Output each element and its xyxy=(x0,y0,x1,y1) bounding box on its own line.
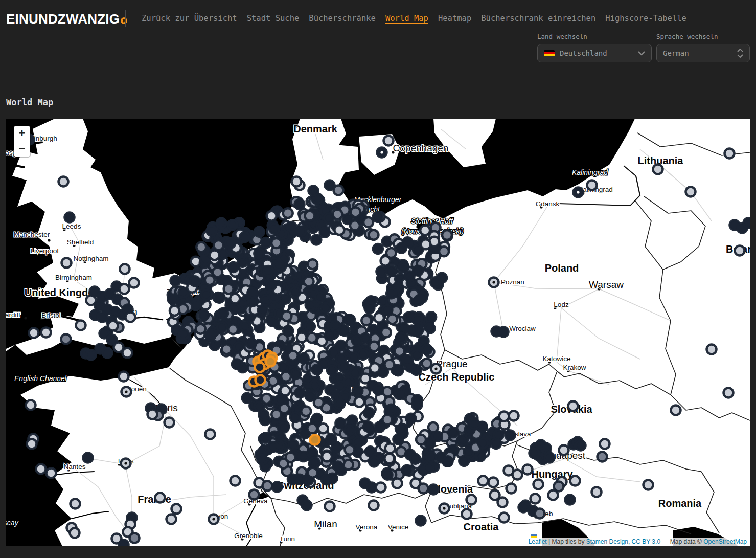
map-marker[interactable] xyxy=(384,136,394,146)
map-marker[interactable] xyxy=(498,498,508,507)
map-marker[interactable] xyxy=(470,419,479,429)
map-marker[interactable] xyxy=(210,250,219,260)
map-marker[interactable] xyxy=(291,369,301,378)
map-marker[interactable] xyxy=(396,333,406,343)
map-marker[interactable] xyxy=(304,277,314,286)
map-marker[interactable] xyxy=(76,321,86,330)
map-marker[interactable] xyxy=(598,452,607,462)
map-marker[interactable] xyxy=(232,359,242,369)
map-marker[interactable] xyxy=(345,425,354,435)
map-marker[interactable] xyxy=(201,290,211,300)
osm-link[interactable]: OpenStreetMap xyxy=(703,538,747,545)
map-marker[interactable] xyxy=(267,211,277,221)
map-marker[interactable] xyxy=(570,476,580,486)
map-marker[interactable] xyxy=(458,435,468,445)
map-marker[interactable] xyxy=(422,345,432,354)
map-marker[interactable] xyxy=(509,411,519,421)
map-marker[interactable] xyxy=(119,540,129,547)
map-marker[interactable] xyxy=(299,353,309,363)
map-marker[interactable] xyxy=(352,336,362,345)
map-marker[interactable] xyxy=(247,288,257,298)
map-marker[interactable] xyxy=(387,314,397,324)
map-marker[interactable] xyxy=(513,470,522,480)
map-marker[interactable] xyxy=(324,213,334,223)
map-marker[interactable] xyxy=(421,239,430,249)
map-marker[interactable] xyxy=(369,501,379,510)
map-marker[interactable] xyxy=(478,438,488,448)
map-marker[interactable] xyxy=(47,468,56,478)
map-marker[interactable] xyxy=(363,217,373,227)
map-marker[interactable] xyxy=(266,280,276,290)
map-marker[interactable] xyxy=(507,484,516,494)
map-marker[interactable] xyxy=(422,359,431,368)
map-marker[interactable] xyxy=(403,355,413,365)
map-marker[interactable] xyxy=(283,208,293,218)
map-marker[interactable] xyxy=(385,443,395,453)
map-marker[interactable] xyxy=(413,315,422,324)
map-marker[interactable] xyxy=(374,313,384,323)
map-marker[interactable] xyxy=(386,405,396,414)
map-marker[interactable] xyxy=(308,468,317,478)
map-marker[interactable] xyxy=(396,389,406,399)
map-marker[interactable] xyxy=(398,424,407,434)
map-marker[interactable] xyxy=(568,401,578,411)
map-marker[interactable] xyxy=(361,316,371,325)
map-marker[interactable] xyxy=(462,509,472,519)
map-marker[interactable] xyxy=(374,385,383,395)
map-marker[interactable] xyxy=(171,276,180,286)
map-marker[interactable] xyxy=(148,410,157,419)
map-marker[interactable] xyxy=(59,177,68,187)
map-marker[interactable] xyxy=(70,528,80,538)
map-marker[interactable] xyxy=(382,415,392,425)
map-marker[interactable] xyxy=(227,220,237,230)
map-marker[interactable] xyxy=(366,296,376,306)
map-marker[interactable] xyxy=(335,399,345,409)
map-marker[interactable] xyxy=(83,453,93,463)
map-marker[interactable] xyxy=(345,315,355,325)
map-marker[interactable] xyxy=(363,422,373,432)
map-marker[interactable] xyxy=(167,515,176,524)
map-marker[interactable] xyxy=(281,372,291,382)
map-marker[interactable] xyxy=(521,501,531,510)
map-marker[interactable] xyxy=(335,418,345,428)
orange-map-marker[interactable] xyxy=(266,357,276,367)
map-marker[interactable] xyxy=(217,322,227,332)
map-marker[interactable] xyxy=(350,368,360,378)
map-marker[interactable] xyxy=(735,246,745,256)
nav-link-3[interactable]: World Map xyxy=(385,14,428,23)
map-marker[interactable] xyxy=(307,448,317,458)
world-map[interactable]: DenmarkLithuaniaPolandBelarusCzech Repub… xyxy=(6,119,750,546)
nav-link-6[interactable]: Highscore-Tabelle xyxy=(605,14,686,23)
map-marker[interactable] xyxy=(406,414,416,423)
map-marker[interactable] xyxy=(499,412,509,421)
map-marker[interactable] xyxy=(286,453,295,462)
map-marker[interactable] xyxy=(271,410,281,419)
map-marker[interactable] xyxy=(725,149,735,159)
map-marker[interactable] xyxy=(386,266,396,276)
orange-map-marker[interactable] xyxy=(255,363,265,372)
map-marker[interactable] xyxy=(384,360,394,369)
map-marker[interactable] xyxy=(268,442,278,452)
map-marker[interactable] xyxy=(506,431,515,440)
map-marker[interactable] xyxy=(576,441,586,451)
map-marker[interactable] xyxy=(530,449,539,458)
map-marker[interactable] xyxy=(351,207,360,217)
map-marker[interactable] xyxy=(347,416,357,426)
map-marker[interactable] xyxy=(443,456,452,466)
map-marker[interactable] xyxy=(386,248,396,258)
map-marker[interactable] xyxy=(315,292,325,302)
map-marker[interactable] xyxy=(255,227,264,237)
zoom-in-button[interactable]: + xyxy=(14,126,30,141)
map-marker[interactable] xyxy=(442,230,452,240)
map-marker[interactable] xyxy=(413,395,422,405)
map-marker[interactable] xyxy=(103,348,112,358)
map-marker[interactable] xyxy=(326,434,336,444)
map-marker[interactable] xyxy=(217,218,226,228)
orange-map-marker[interactable] xyxy=(256,375,265,385)
map-marker[interactable] xyxy=(432,432,442,441)
map-marker[interactable] xyxy=(305,322,315,331)
map-marker[interactable] xyxy=(686,187,696,197)
map-marker[interactable] xyxy=(205,430,215,439)
map-marker[interactable] xyxy=(305,211,314,221)
map-marker[interactable] xyxy=(322,475,331,484)
